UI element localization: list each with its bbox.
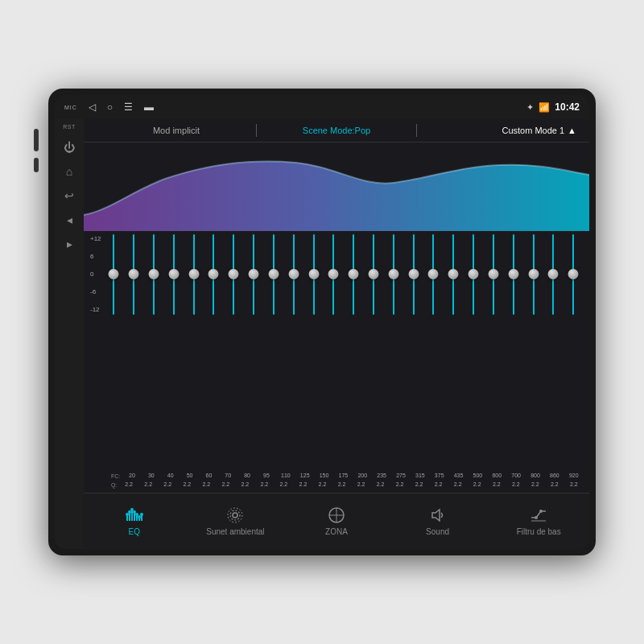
slider-thumb-200[interactable] xyxy=(349,269,359,279)
tab-eq[interactable]: EQ xyxy=(84,506,185,536)
eq-band-200 xyxy=(345,234,363,471)
slider-thumb-500[interactable] xyxy=(469,269,479,279)
freq-label-275: 275 xyxy=(392,473,410,481)
slider-thumb-125[interactable] xyxy=(288,269,299,279)
tab-bass[interactable]: Filtru de bas xyxy=(488,506,589,536)
custom-arrow-icon: ▲ xyxy=(568,126,576,135)
eq-band-70 xyxy=(204,234,223,471)
eq-band-860 xyxy=(544,234,563,471)
slider-thumb-70[interactable] xyxy=(208,269,219,279)
slider-thumb-235[interactable] xyxy=(369,269,379,279)
q-label-50: 2.2 xyxy=(178,481,196,489)
eq-band-435 xyxy=(444,234,463,471)
q-label-235: 2.2 xyxy=(371,481,390,489)
arrow-left-icon[interactable]: ◂ xyxy=(67,213,72,226)
slider-thumb-20[interactable] xyxy=(109,269,119,279)
eq-band-315 xyxy=(404,234,423,471)
freq-label-30: 30 xyxy=(142,473,160,481)
device: MIC ◁ ○ ☰ ▬ ✦ 📶 10:42 RST ⏻ ⌂ ↩ ◂ ▸ xyxy=(48,89,596,555)
arrow-right-icon[interactable]: ▸ xyxy=(67,237,72,250)
tab-eq-label: EQ xyxy=(129,527,140,536)
slider-thumb-175[interactable] xyxy=(328,269,339,279)
slider-thumb-30[interactable] xyxy=(129,269,139,279)
mic-label: MIC xyxy=(64,105,77,110)
freq-label-70: 70 xyxy=(219,473,237,481)
slider-thumb-95[interactable] xyxy=(249,269,259,279)
slider-thumb-700[interactable] xyxy=(508,269,518,279)
q-label-20: 2.2 xyxy=(120,481,138,489)
bass-icon xyxy=(530,506,547,524)
side-btn-1[interactable] xyxy=(34,129,39,151)
eq-band-500 xyxy=(464,234,482,471)
slider-thumb-600[interactable] xyxy=(488,269,498,279)
slider-thumb-150[interactable] xyxy=(308,269,319,279)
eq-band-375 xyxy=(424,234,443,471)
svg-point-15 xyxy=(230,510,240,520)
q-label-600: 2.2 xyxy=(487,481,506,489)
freq-label-235: 235 xyxy=(373,473,390,481)
eq-band-40 xyxy=(144,234,163,471)
back-icon[interactable]: ◁ xyxy=(89,101,96,113)
slider-thumb-800[interactable] xyxy=(528,269,539,279)
q-label-150: 2.2 xyxy=(313,481,332,489)
menu-icon[interactable]: ☰ xyxy=(124,101,133,113)
slider-thumb-275[interactable] xyxy=(388,269,398,279)
slider-thumb-80[interactable] xyxy=(229,269,239,279)
mode-implicit[interactable]: Mod implicit xyxy=(97,126,256,135)
eq-band-95 xyxy=(244,234,262,471)
q-label-80: 2.2 xyxy=(236,481,254,489)
eq-band-700 xyxy=(504,234,522,471)
q-label-125: 2.2 xyxy=(294,481,312,489)
eq-band-800 xyxy=(524,234,543,471)
screen: MIC ◁ ○ ☰ ▬ ✦ 📶 10:42 RST ⏻ ⌂ ↩ ◂ ▸ xyxy=(55,95,589,549)
mode-bar: Mod implicit Scene Mode:Pop Custom Mode … xyxy=(84,119,589,142)
freq-label-175: 175 xyxy=(334,473,352,481)
db-plus12: +12 xyxy=(90,236,101,242)
mode-scene[interactable]: Scene Mode:Pop xyxy=(257,126,416,135)
slider-thumb-375[interactable] xyxy=(428,269,439,279)
side-btn-2[interactable] xyxy=(34,158,39,172)
eq-band-110 xyxy=(264,234,283,471)
svg-point-13 xyxy=(140,513,143,516)
svg-point-9 xyxy=(130,508,134,511)
freq-label-500: 500 xyxy=(469,473,486,481)
tab-ambient[interactable]: Sunet ambiental xyxy=(185,506,287,536)
q-label-435: 2.2 xyxy=(448,481,467,489)
eq-band-150 xyxy=(304,234,323,471)
power-icon[interactable]: ⏻ xyxy=(64,141,75,154)
left-sidebar: RST ⏻ ⌂ ↩ ◂ ▸ xyxy=(55,119,84,549)
slider-thumb-50[interactable] xyxy=(168,269,179,279)
main-content: RST ⏻ ⌂ ↩ ◂ ▸ Mod implicit Scene Mode:Po… xyxy=(55,119,589,549)
freq-label-150: 150 xyxy=(315,473,332,481)
eq-band-50 xyxy=(164,234,183,471)
home-icon[interactable]: ○ xyxy=(107,101,113,113)
side-buttons xyxy=(34,129,39,172)
tab-ambient-label: Sunet ambiental xyxy=(206,527,264,536)
mode-custom[interactable]: Custom Mode 1 ▲ xyxy=(417,126,576,135)
slider-thumb-860[interactable] xyxy=(548,269,559,279)
slider-thumb-60[interactable] xyxy=(188,269,199,279)
freq-label-315: 315 xyxy=(411,473,429,481)
q-label-prefix: Q: xyxy=(111,481,117,489)
tab-zona[interactable]: ZONA xyxy=(286,506,387,536)
q-label-40: 2.2 xyxy=(159,481,177,489)
back-sidebar-icon[interactable]: ↩ xyxy=(64,189,74,202)
svg-marker-20 xyxy=(432,510,440,521)
fc-q-row: FC: 203040506070809511012515017520023527… xyxy=(111,473,583,481)
svg-point-7 xyxy=(126,513,129,516)
q-label-70: 2.2 xyxy=(217,481,235,489)
window-icon[interactable]: ▬ xyxy=(144,101,154,113)
q-label-200: 2.2 xyxy=(352,481,370,489)
home-sidebar-icon[interactable]: ⌂ xyxy=(66,165,72,178)
slider-thumb-435[interactable] xyxy=(448,269,459,279)
slider-thumb-315[interactable] xyxy=(408,269,419,279)
db-scale: +12 6 0 -6 -12 xyxy=(90,234,101,315)
slider-thumb-110[interactable] xyxy=(268,269,279,279)
db-0: 0 xyxy=(90,271,101,278)
freq-labels: 2030405060708095110125150175200235275315… xyxy=(123,473,583,481)
fc-label: FC: xyxy=(111,473,120,481)
slider-thumb-40[interactable] xyxy=(148,269,159,279)
tab-sound[interactable]: Sound xyxy=(387,506,489,536)
freq-label-435: 435 xyxy=(449,473,467,481)
slider-thumb-920[interactable] xyxy=(568,269,579,279)
